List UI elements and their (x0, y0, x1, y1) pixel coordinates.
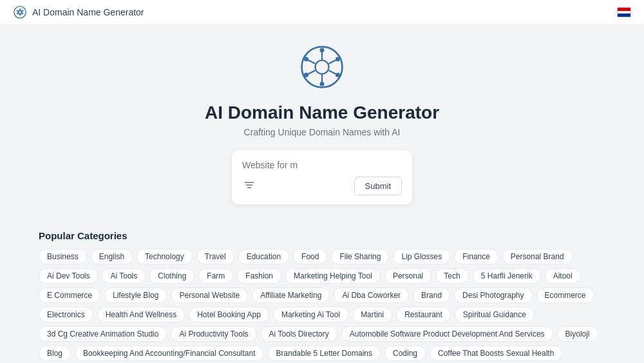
tag-item[interactable]: Blog (39, 346, 71, 361)
tag-item[interactable]: Automobile Software Product Development … (341, 326, 553, 342)
tag-item[interactable]: 3d Cg Creative Animation Studio (39, 326, 167, 342)
search-footer: Submit (242, 177, 402, 195)
language-flag[interactable] (617, 7, 631, 17)
tag-item[interactable]: Bookkeeping And Accounting/Financial Con… (75, 346, 264, 361)
tag-item[interactable]: Tech (435, 268, 468, 284)
tag-item[interactable]: Lip Glosses (393, 249, 450, 264)
svg-point-18 (336, 73, 340, 77)
submit-button[interactable]: Submit (354, 177, 402, 195)
tag-item[interactable]: Clothing (149, 268, 194, 284)
tag-item[interactable]: Fashion (237, 268, 281, 284)
tag-item[interactable]: Lifestyle Blog (104, 288, 167, 303)
header-logo: AI Domain Name Generator (13, 5, 144, 19)
tag-item[interactable]: File Sharing (331, 249, 389, 264)
tag-item[interactable]: Martini (352, 307, 392, 322)
tag-item[interactable]: Ai Tools (102, 268, 146, 284)
tag-item[interactable]: Business (39, 249, 87, 264)
tag-item[interactable]: Affiliate Marketing (252, 288, 330, 303)
tag-item[interactable]: Travel (196, 249, 234, 264)
tag-item[interactable]: Personal (384, 268, 431, 284)
hero-section: AI Domain Name Generator Crafting Unique… (0, 25, 644, 217)
tag-item[interactable]: 5 Harfli Jenerik (473, 268, 541, 284)
svg-point-16 (320, 48, 325, 52)
tag-item[interactable]: Ai Dev Tools (39, 268, 98, 284)
tag-item[interactable]: Ai Tools Directory (261, 326, 337, 342)
tag-item[interactable]: Ai Dba Coworker (334, 288, 409, 303)
tag-item[interactable]: Marketing Helping Tool (285, 268, 381, 284)
tag-item[interactable]: Farm (198, 268, 233, 284)
tag-item[interactable]: Food (293, 249, 327, 264)
tag-item[interactable]: Coffee That Boosts Sexual Health (430, 346, 562, 361)
tag-item[interactable]: Personal Website (171, 288, 248, 303)
svg-point-9 (316, 61, 329, 74)
tag-item[interactable]: Marketing Ai Tool (273, 307, 348, 322)
tag-item[interactable]: Coding (384, 346, 426, 361)
svg-point-21 (304, 57, 308, 61)
header-title: AI Domain Name Generator (32, 7, 144, 17)
hero-subtitle: Crafting Unique Domain Names with AI (13, 127, 631, 137)
tags-container: BusinessEnglishTechnologyTravelEducation… (39, 249, 605, 363)
svg-point-19 (320, 82, 325, 86)
tag-item[interactable]: Technology (137, 249, 193, 264)
tag-item[interactable]: Ai Productivity Tools (171, 326, 256, 342)
tag-item[interactable]: Hotel Booking App (189, 307, 269, 322)
tag-item[interactable]: Education (238, 249, 289, 264)
tag-item[interactable]: English (91, 249, 133, 264)
categories-section: Popular Categories BusinessEnglishTechno… (0, 217, 644, 363)
tag-item[interactable]: Biyoloji (557, 326, 598, 342)
search-box: Submit (232, 150, 412, 204)
hero-title: AI Domain Name Generator (13, 103, 631, 123)
filter-icon-button[interactable] (242, 178, 256, 195)
tag-item[interactable]: Brand (413, 288, 450, 303)
header: AI Domain Name Generator (0, 0, 644, 25)
tag-item[interactable]: Finance (454, 249, 498, 264)
tag-item[interactable]: Electronics (39, 307, 93, 322)
tag-item[interactable]: Health And Wellness (97, 307, 185, 322)
tag-item[interactable]: Aitool (545, 268, 581, 284)
hero-brain-icon (299, 44, 345, 90)
search-input[interactable] (242, 160, 402, 170)
tag-item[interactable]: E Commerce (39, 288, 100, 303)
tag-item[interactable]: Brandable 5 Letter Domains (268, 346, 381, 361)
tag-item[interactable]: Ecommerce (536, 288, 594, 303)
tag-item[interactable]: Restaurant (396, 307, 451, 322)
categories-title: Popular Categories (39, 230, 605, 241)
brain-icon (13, 5, 27, 19)
tag-item[interactable]: Desi Photography (454, 288, 532, 303)
svg-point-20 (304, 73, 308, 77)
tag-item[interactable]: Personal Brand (502, 249, 573, 264)
svg-point-17 (336, 57, 340, 61)
tag-item[interactable]: Spiritual Guidance (455, 307, 535, 322)
